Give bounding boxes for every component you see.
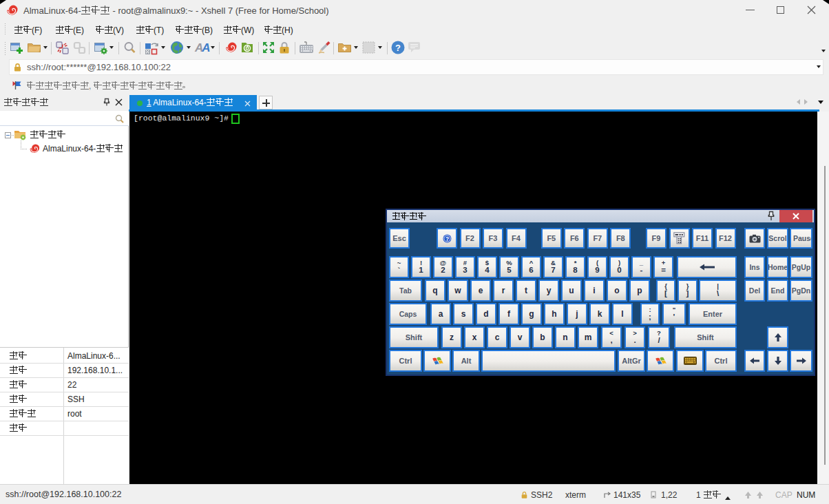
svg-text:?: ? xyxy=(395,43,401,53)
